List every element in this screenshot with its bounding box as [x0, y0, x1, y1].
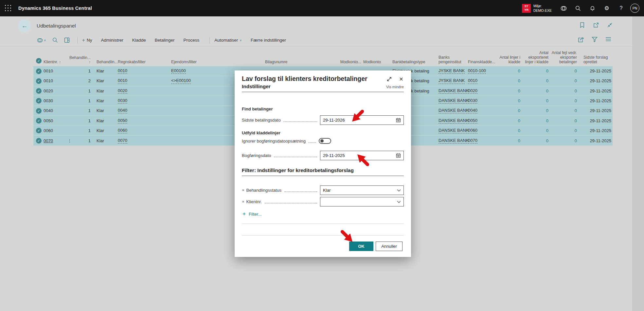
cell-bank[interactable]: DANSKE BANK — [438, 106, 469, 115]
cell-finanskladde[interactable]: 0030 — [468, 96, 497, 106]
help-icon[interactable]: ? — [614, 0, 628, 16]
bogfoeringsdato-input[interactable]: 29-11-2025 — [320, 151, 404, 160]
header-bilagsnumre[interactable]: Bilagsnumre — [265, 60, 287, 64]
cell-antal2[interactable]: 0 — [524, 86, 548, 96]
cell-regnskab[interactable]: 0010 — [118, 76, 158, 86]
header-antal-linjer[interactable]: Antal linjer i kladde — [494, 55, 520, 64]
header-finanskladde[interactable]: Finanskladde... — [468, 60, 495, 64]
expand-dialog-icon[interactable] — [386, 76, 392, 82]
app-title[interactable]: Dynamics 365 Business Central — [18, 6, 92, 11]
cell-finanskladde[interactable]: 0070 — [468, 136, 497, 146]
share-icon[interactable] — [578, 37, 585, 44]
cell-antal2[interactable]: 0 — [524, 66, 548, 76]
app-launcher-waffle-icon[interactable] — [5, 5, 11, 11]
calendar-icon[interactable] — [396, 118, 401, 123]
remove-filter-icon[interactable]: ✕ — [242, 200, 244, 204]
menu-ny[interactable]: + Ny — [82, 37, 92, 43]
user-avatar[interactable]: PN — [630, 4, 639, 13]
row-selected-checkbox[interactable]: ✓ — [36, 108, 42, 114]
header-antal-eksporteret[interactable]: Antal eksporteret linjer i kladde — [523, 50, 548, 64]
menu-faerre-indstillinger[interactable]: Færre indstillinger — [251, 38, 286, 43]
cell-antal2[interactable]: 0 — [524, 116, 548, 125]
cell-bank[interactable]: JYSKE BANK — [438, 76, 469, 86]
select-all-checkbox[interactable]: ✓ — [36, 58, 42, 64]
copilot-icon[interactable] — [556, 0, 571, 16]
cell-ejendom[interactable]: <>E00100 — [171, 76, 221, 86]
header-behandlingsstatus[interactable]: Behandlin... — [97, 60, 118, 64]
copilot-menu-icon[interactable]: ∨ — [37, 38, 46, 43]
show-less-link[interactable]: Vis mindre — [386, 85, 404, 89]
menu-administrer[interactable]: Administrer — [101, 38, 123, 43]
header-klientnr[interactable]: Klientnr.↑ — [44, 60, 61, 64]
cell-antal3[interactable]: 0 — [552, 106, 577, 115]
calendar-icon[interactable] — [396, 153, 401, 158]
row-selected-checkbox[interactable]: ✓ — [36, 138, 42, 144]
menu-kladde[interactable]: Kladde — [132, 38, 146, 43]
open-in-new-window-icon[interactable] — [592, 22, 599, 29]
cell-antal2[interactable]: 0 — [524, 136, 548, 146]
cell-regnskab[interactable]: 0010 — [118, 66, 158, 76]
cell-regnskab[interactable]: 0070 — [118, 136, 158, 146]
row-selected-checkbox[interactable]: ✓ — [36, 68, 42, 74]
row-selected-checkbox[interactable]: ✓ — [36, 98, 42, 104]
cell-finanskladde[interactable]: 0040 — [468, 106, 497, 115]
cell-antal3[interactable]: 0 — [552, 136, 577, 146]
cell-antal2[interactable]: 0 — [524, 76, 548, 86]
cell-finanskladde[interactable]: 0010 — [468, 76, 497, 86]
header-sidste-forslag[interactable]: Sidste forslag oprettet — [583, 55, 613, 64]
cell-antal1[interactable]: 0 — [494, 106, 520, 115]
cell-antal3[interactable]: 0 — [552, 126, 577, 135]
cell-bank[interactable]: DANSKE BANK — [438, 96, 469, 106]
cell-antal1[interactable]: 0 — [494, 86, 520, 96]
header-modkonto[interactable]: Modkonto — [363, 60, 381, 64]
header-antal-fejl[interactable]: Antal fejl vedr. eksporter betalinger — [551, 50, 577, 64]
cell-antal2[interactable]: 0 — [524, 126, 548, 135]
behandlingsstatus-combobox[interactable]: Klar — [320, 185, 404, 195]
bookmark-icon[interactable] — [579, 22, 586, 29]
search-list-icon[interactable] — [52, 37, 58, 43]
header-bankbetalingstype[interactable]: Bankbetalingstype — [392, 60, 425, 64]
filter-funnel-icon[interactable] — [592, 37, 599, 44]
cell-finanskladde[interactable]: 0060 — [468, 126, 497, 135]
klientnr-combobox[interactable] — [320, 197, 404, 206]
cell-antal3[interactable]: 0 — [552, 116, 577, 125]
cell-regnskab[interactable]: 0040 — [118, 106, 158, 115]
header-behandlingsnr[interactable]: Behandlin... ↑ — [71, 55, 91, 64]
header-banks-pengeinstitut[interactable]: Banks pengeinstitut — [438, 55, 465, 64]
cell-antal3[interactable]: 0 — [552, 66, 577, 76]
cell-antal2[interactable]: 0 — [524, 106, 548, 115]
menu-process[interactable]: Process — [184, 38, 200, 43]
remove-filter-icon[interactable]: ✕ — [242, 188, 244, 192]
chevron-down-icon[interactable] — [397, 189, 401, 192]
menu-automatiser[interactable]: Automatiser ∨ — [214, 38, 242, 43]
collapse-icon[interactable] — [606, 22, 613, 29]
row-selected-checkbox[interactable]: ✓ — [36, 88, 42, 94]
cell-antal3[interactable]: 0 — [552, 96, 577, 106]
cell-bank[interactable]: DANSKE BANK — [438, 136, 469, 146]
row-selected-checkbox[interactable]: ✓ — [36, 118, 42, 124]
cell-antal1[interactable]: 0 — [494, 116, 520, 125]
environment-badge[interactable]: ST YR — [522, 4, 531, 13]
cell-antal1[interactable]: 0 — [494, 96, 520, 106]
analyze-grid-icon[interactable] — [64, 37, 70, 43]
cell-regnskab[interactable]: 0050 — [118, 116, 158, 125]
list-options-icon[interactable] — [605, 37, 613, 44]
cell-bank[interactable]: DANSKE BANK — [438, 126, 469, 135]
scrollbar-gutter[interactable] — [632, 16, 644, 311]
back-button[interactable]: ← — [18, 20, 31, 32]
environment-info[interactable]: Miljø: DEMO-EXE — [533, 4, 552, 13]
cell-bank[interactable]: JYSKE BANK — [438, 66, 469, 76]
header-modkonto-nr[interactable]: Modkonto... — [331, 60, 361, 64]
row-selected-checkbox[interactable]: ✓ — [36, 128, 42, 133]
cell-bank[interactable]: DANSKE BANK — [438, 116, 469, 125]
cell-antal1[interactable]: 0 — [494, 76, 520, 86]
cell-klientnr[interactable]: 0070 — [44, 136, 67, 146]
cell-finanskladde[interactable]: 0010-100 — [468, 66, 497, 76]
cell-regnskab[interactable]: 0030 — [118, 96, 158, 106]
add-filter-link[interactable]: + Filter... — [242, 211, 262, 217]
header-ejendomsfilter[interactable]: Ejendomsfilter — [171, 60, 197, 64]
cell-antal1[interactable]: 0 — [494, 136, 520, 146]
cell-antal3[interactable]: 0 — [552, 86, 577, 96]
cell-ejendom[interactable]: E00100 — [171, 66, 221, 76]
search-icon[interactable] — [571, 0, 585, 16]
